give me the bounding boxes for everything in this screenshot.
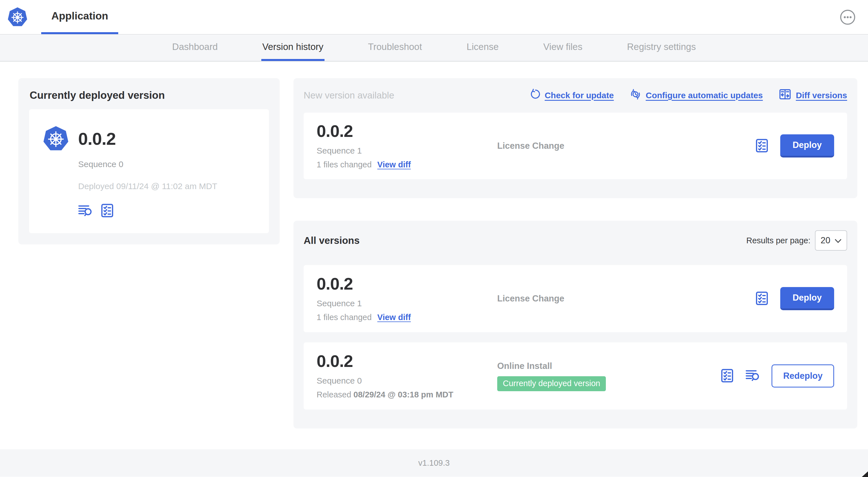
checklist-icon bbox=[754, 291, 770, 307]
version-source: License Change bbox=[497, 294, 754, 304]
kubernetes-logo-icon bbox=[7, 6, 28, 28]
logs-icon bbox=[746, 369, 761, 383]
version-row: 0.0.2 Sequence 1 1 files changed View di… bbox=[304, 265, 847, 332]
diff-versions-link[interactable]: Diff versions bbox=[779, 88, 847, 103]
results-per-page-control: Results per page: 20 bbox=[746, 230, 847, 251]
logs-icon bbox=[78, 204, 93, 218]
view-logs-button[interactable] bbox=[746, 369, 761, 383]
tab-registry-settings[interactable]: Registry settings bbox=[626, 34, 697, 61]
deployed-actions bbox=[78, 203, 217, 219]
version-source-block: Online Install Currently deployed versio… bbox=[497, 361, 720, 391]
new-version-title: New version available bbox=[304, 90, 394, 101]
version-sequence: Sequence 1 bbox=[317, 146, 497, 155]
version-info: 0.0.2 Sequence 1 1 files changed View di… bbox=[317, 275, 497, 322]
released-prefix: Released bbox=[317, 390, 353, 399]
new-version-panel: New version available Check for update C… bbox=[293, 78, 857, 198]
version-source: Online Install bbox=[497, 361, 720, 371]
currently-deployed-badge: Currently deployed version bbox=[497, 376, 606, 391]
tab-view-files[interactable]: View files bbox=[542, 34, 584, 61]
kubernetes-app-icon bbox=[42, 125, 70, 153]
main-content: Currently deployed version 0.0.2 Sequenc… bbox=[0, 62, 868, 428]
version-actions: Deploy bbox=[754, 135, 834, 157]
version-rows: 0.0.2 Sequence 1 1 files changed View di… bbox=[304, 265, 847, 410]
tab-version-history[interactable]: Version history bbox=[261, 34, 324, 61]
results-per-page-label: Results per page: bbox=[746, 236, 810, 245]
all-versions-title: All versions bbox=[304, 235, 360, 246]
app-title-tab[interactable]: Application bbox=[41, 0, 118, 34]
check-for-update-link[interactable]: Check for update bbox=[529, 89, 614, 102]
tab-dashboard[interactable]: Dashboard bbox=[171, 34, 219, 61]
new-version-header: New version available Check for update C… bbox=[304, 88, 847, 103]
right-column: New version available Check for update C… bbox=[293, 78, 857, 428]
released-timestamp: Released 08/29/24 @ 03:18 pm MDT bbox=[317, 390, 497, 399]
ellipsis-icon bbox=[840, 22, 856, 26]
app-title: Application bbox=[51, 10, 108, 22]
currently-deployed-title: Currently deployed version bbox=[30, 89, 269, 101]
app-subnav: Dashboard Version history Troubleshoot L… bbox=[0, 34, 868, 62]
configure-automatic-updates-link[interactable]: Configure automatic updates bbox=[629, 88, 763, 102]
deploy-button[interactable]: Deploy bbox=[780, 135, 834, 157]
version-row: 0.0.2 Sequence 0 Released 08/29/24 @ 03:… bbox=[304, 342, 847, 410]
view-diff-link[interactable]: View diff bbox=[377, 160, 411, 169]
checklist-icon bbox=[720, 368, 735, 384]
new-version-card: 0.0.2 Sequence 1 1 files changed View di… bbox=[304, 113, 847, 179]
deployed-sequence: Sequence 0 bbox=[78, 159, 217, 169]
version-number: 0.0.2 bbox=[317, 353, 497, 370]
currently-deployed-panel: Currently deployed version 0.0.2 Sequenc… bbox=[18, 78, 280, 244]
preflight-checks-button[interactable] bbox=[720, 368, 735, 384]
version-info: 0.0.2 Sequence 0 Released 08/29/24 @ 03:… bbox=[317, 353, 497, 399]
all-versions-header: All versions Results per page: 20 bbox=[304, 230, 847, 251]
results-per-page-value: 20 bbox=[820, 235, 830, 245]
checklist-icon bbox=[100, 203, 115, 219]
version-number: 0.0.2 bbox=[317, 275, 497, 292]
files-changed-text: 1 files changed bbox=[317, 160, 372, 169]
version-actions: Deploy bbox=[754, 287, 834, 310]
files-changed-row: 1 files changed View diff bbox=[317, 160, 497, 169]
preflight-checks-button[interactable] bbox=[100, 203, 115, 219]
version-sequence: Sequence 0 bbox=[317, 376, 497, 386]
preflight-checks-button[interactable] bbox=[754, 138, 770, 154]
redeploy-button[interactable]: Redeploy bbox=[772, 364, 834, 388]
files-changed-text: 1 files changed bbox=[317, 313, 372, 322]
version-source: License Change bbox=[497, 141, 754, 151]
deployed-version-number: 0.0.2 bbox=[78, 125, 217, 153]
released-date: 08/29/24 @ 03:18 pm MDT bbox=[353, 390, 454, 399]
tab-troubleshoot[interactable]: Troubleshoot bbox=[367, 34, 423, 61]
schedule-update-icon bbox=[629, 88, 642, 102]
overflow-menu-button[interactable] bbox=[840, 9, 856, 25]
preflight-checks-button[interactable] bbox=[754, 291, 770, 307]
all-versions-panel: All versions Results per page: 20 0.0.2 … bbox=[293, 221, 857, 428]
update-actions: Check for update Configure automatic upd… bbox=[529, 88, 847, 103]
deployed-version-card: 0.0.2 Sequence 0 Deployed 09/11/24 @ 11:… bbox=[29, 109, 269, 233]
deployed-timestamp: Deployed 09/11/24 @ 11:02 am MDT bbox=[78, 181, 217, 191]
chevron-down-icon bbox=[835, 235, 841, 245]
checklist-icon bbox=[754, 138, 770, 154]
diff-versions-label: Diff versions bbox=[796, 91, 847, 100]
deploy-button[interactable]: Deploy bbox=[780, 287, 834, 310]
refresh-icon bbox=[529, 89, 540, 102]
version-number: 0.0.2 bbox=[317, 123, 497, 140]
version-actions: Redeploy bbox=[720, 364, 834, 388]
view-diff-link[interactable]: View diff bbox=[377, 313, 411, 322]
deployed-version-details: 0.0.2 Sequence 0 Deployed 09/11/24 @ 11:… bbox=[78, 125, 217, 219]
view-logs-button[interactable] bbox=[78, 204, 93, 218]
footer: v1.109.3 bbox=[0, 449, 868, 477]
console-version: v1.109.3 bbox=[418, 458, 450, 468]
version-sequence: Sequence 1 bbox=[317, 299, 497, 308]
diff-icon bbox=[779, 88, 792, 103]
check-for-update-label: Check for update bbox=[545, 91, 614, 100]
version-info: 0.0.2 Sequence 1 1 files changed View di… bbox=[317, 123, 497, 169]
top-bar: Application bbox=[0, 0, 868, 34]
results-per-page-select[interactable]: 20 bbox=[815, 230, 847, 251]
tab-license[interactable]: License bbox=[465, 34, 500, 61]
files-changed-row: 1 files changed View diff bbox=[317, 313, 497, 322]
configure-automatic-updates-label: Configure automatic updates bbox=[646, 91, 763, 100]
